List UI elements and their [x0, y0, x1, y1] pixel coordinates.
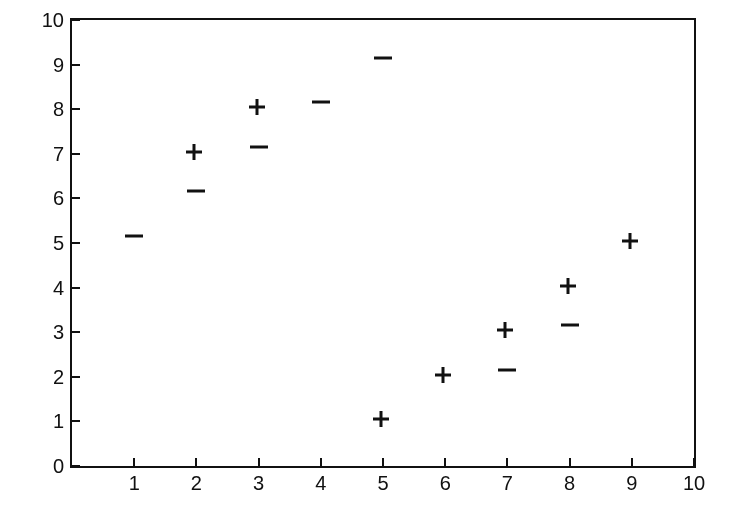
y-tick-label: 9	[40, 53, 64, 76]
x-tick-label: 9	[626, 472, 637, 495]
y-tick-mark	[70, 197, 80, 199]
y-tick-label: 1	[40, 410, 64, 433]
plus-marker-icon	[621, 232, 643, 254]
x-tick-mark	[569, 458, 571, 468]
y-tick-label: 2	[40, 365, 64, 388]
y-tick-mark	[70, 108, 80, 110]
x-tick-label: 1	[129, 472, 140, 495]
y-tick-label: 6	[40, 187, 64, 210]
x-tick-label: 4	[315, 472, 326, 495]
x-tick-label: 3	[253, 472, 264, 495]
scatter-chart: 12345678910012345678910	[0, 0, 746, 508]
x-tick-mark	[258, 458, 260, 468]
x-tick-mark	[133, 458, 135, 468]
x-tick-label: 2	[191, 472, 202, 495]
y-tick-label: 0	[40, 455, 64, 478]
y-tick-mark	[70, 64, 80, 66]
plus-marker-icon	[248, 98, 270, 120]
x-tick-mark	[693, 458, 695, 468]
y-tick-label: 3	[40, 321, 64, 344]
y-tick-label: 8	[40, 98, 64, 121]
y-tick-mark	[70, 287, 80, 289]
y-tick-label: 4	[40, 276, 64, 299]
x-tick-mark	[631, 458, 633, 468]
plus-marker-icon	[185, 143, 207, 165]
y-tick-label: 5	[40, 232, 64, 255]
minus-marker-icon	[559, 321, 581, 343]
x-tick-label: 6	[440, 472, 451, 495]
minus-marker-icon	[248, 143, 270, 165]
minus-marker-icon	[185, 187, 207, 209]
x-tick-mark	[195, 458, 197, 468]
x-tick-label: 10	[683, 472, 705, 495]
x-tick-mark	[506, 458, 508, 468]
plus-marker-icon	[434, 366, 456, 388]
plus-marker-icon	[372, 410, 394, 432]
y-tick-mark	[70, 153, 80, 155]
plus-marker-icon	[559, 277, 581, 299]
y-tick-label: 7	[40, 142, 64, 165]
y-tick-mark	[70, 331, 80, 333]
minus-marker-icon	[372, 54, 394, 76]
minus-marker-icon	[123, 232, 145, 254]
y-tick-mark	[70, 465, 80, 467]
minus-marker-icon	[310, 98, 332, 120]
x-tick-label: 8	[564, 472, 575, 495]
x-tick-label: 7	[502, 472, 513, 495]
minus-marker-icon	[496, 366, 518, 388]
y-tick-mark	[70, 376, 80, 378]
plot-area: 12345678910012345678910	[70, 18, 696, 468]
y-tick-label: 10	[40, 9, 64, 32]
y-tick-mark	[70, 242, 80, 244]
x-tick-label: 5	[377, 472, 388, 495]
x-tick-mark	[382, 458, 384, 468]
x-tick-mark	[444, 458, 446, 468]
x-tick-mark	[320, 458, 322, 468]
y-tick-mark	[70, 420, 80, 422]
y-tick-mark	[70, 19, 80, 21]
plus-marker-icon	[496, 321, 518, 343]
